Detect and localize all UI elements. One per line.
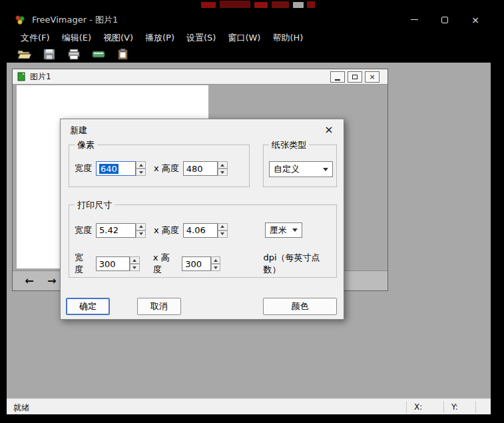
menubar: 文件(F) 编辑(E) 视图(V) 播放(P) 设置(S) 窗口(W) 帮助(H… — [7, 30, 491, 46]
print-size-group-label: 打印尺寸 — [75, 199, 115, 211]
printer-icon — [67, 49, 81, 60]
spinner-down[interactable] — [218, 169, 228, 176]
down-arrow-icon — [214, 266, 218, 269]
spinner-up[interactable] — [136, 223, 146, 230]
screen-artifact — [201, 2, 216, 8]
pixel-height-spinner — [218, 161, 228, 176]
status-y-label: Y: — [451, 402, 458, 412]
back-button[interactable]: ← — [21, 274, 38, 288]
spinner-up[interactable] — [211, 256, 221, 264]
pixel-height-label: x 高度 — [154, 163, 179, 175]
down-arrow-icon — [132, 266, 136, 269]
menu-item-help[interactable]: 帮助(H) — [266, 30, 309, 46]
clipboard-icon — [117, 49, 130, 60]
print-height-input[interactable]: 4.06 — [183, 223, 218, 238]
dpi-height-input[interactable]: 300 — [182, 256, 210, 271]
color-button[interactable]: 颜色 — [263, 298, 337, 315]
spinner-up[interactable] — [130, 256, 140, 264]
dpi-height-spinner — [211, 256, 221, 271]
pixels-group: 像素 宽度 640 x 高度 480 — [69, 145, 250, 187]
down-arrow-icon — [139, 171, 143, 174]
menu-item-file[interactable]: 文件(F) — [15, 30, 56, 46]
status-x-label: X: — [414, 402, 422, 412]
dpi-width-value: 300 — [99, 259, 116, 269]
dpi-height-value: 300 — [185, 259, 202, 269]
dpi-height-label: x 高度 — [153, 252, 178, 276]
forward-button[interactable]: → — [43, 274, 61, 288]
ok-button[interactable]: 确定 — [66, 298, 110, 315]
open-file-button[interactable] — [16, 47, 33, 62]
window-title: FreeVimager - 图片1 — [32, 14, 118, 26]
forward-arrow-icon: → — [47, 276, 56, 286]
statusbar-divider — [475, 401, 476, 413]
app-window: FreeVimager - 图片1 × 文件(F) 编辑(E) 视图(V) 播放… — [7, 9, 491, 414]
print-height-value: 4.06 — [186, 225, 206, 235]
down-arrow-icon — [220, 171, 224, 174]
child-restore-button[interactable] — [348, 71, 362, 83]
dpi-width-label: 宽度 — [75, 252, 92, 276]
unit-select[interactable]: 厘米 — [265, 222, 302, 238]
up-arrow-icon — [132, 259, 136, 262]
spinner-down[interactable] — [130, 264, 140, 271]
screen-artifact — [272, 1, 289, 8]
close-button[interactable]: × — [460, 9, 491, 30]
paper-type-select[interactable]: 自定义 — [269, 161, 333, 177]
chevron-down-icon — [323, 168, 328, 171]
pixel-width-input[interactable]: 640 — [96, 161, 136, 176]
spinner-down[interactable] — [136, 230, 146, 238]
up-arrow-icon — [220, 164, 224, 167]
dialog-title: 新建 — [70, 125, 87, 137]
paper-type-group: 纸张类型 自定义 — [263, 145, 337, 187]
statusbar-divider — [406, 401, 407, 413]
scan-button[interactable] — [90, 47, 107, 62]
chevron-down-icon — [292, 228, 298, 232]
spinner-down[interactable] — [218, 230, 228, 238]
child-close-icon: × — [369, 73, 375, 81]
pixel-width-spinner — [136, 161, 146, 176]
dpi-width-input[interactable]: 300 — [96, 256, 130, 271]
status-text: 就绪 — [13, 402, 29, 414]
image-window-titlebar: 图片1 × — [13, 69, 387, 85]
menu-item-play[interactable]: 播放(P) — [139, 30, 180, 46]
back-arrow-icon: ← — [25, 276, 33, 286]
down-arrow-icon — [139, 232, 143, 235]
unit-value: 厘米 — [270, 224, 287, 236]
save-button[interactable] — [41, 47, 58, 62]
maximize-icon — [441, 17, 448, 23]
print-size-group: 打印尺寸 宽度 5.42 x 高度 4.06 — [69, 205, 337, 278]
print-width-input[interactable]: 5.42 — [96, 223, 136, 238]
maximize-button[interactable] — [429, 9, 460, 30]
dpi-width-spinner — [130, 256, 140, 271]
minimize-button[interactable] — [399, 9, 429, 30]
menu-item-edit[interactable]: 编辑(E) — [56, 30, 97, 46]
pixel-height-input[interactable]: 480 — [183, 161, 218, 176]
print-button[interactable] — [65, 47, 83, 62]
spinner-up[interactable] — [136, 161, 146, 169]
statusbar: 就绪 X: Y: — [7, 398, 491, 414]
scanner-icon — [92, 49, 105, 60]
image-document-icon — [17, 72, 26, 81]
pixel-height-value: 480 — [186, 164, 203, 174]
dialog-close-button[interactable]: × — [321, 123, 337, 137]
menu-item-window[interactable]: 窗口(W) — [222, 30, 266, 46]
paste-button[interactable] — [115, 47, 132, 62]
print-width-value: 5.42 — [99, 225, 119, 235]
up-arrow-icon — [139, 164, 143, 167]
child-close-button[interactable]: × — [365, 71, 379, 83]
statusbar-divider — [443, 401, 444, 413]
child-minimize-button[interactable] — [330, 71, 345, 83]
menu-item-settings[interactable]: 设置(S) — [180, 30, 222, 46]
menu-item-view[interactable]: 视图(V) — [97, 30, 139, 46]
screen-artifact — [293, 2, 304, 8]
image-window-controls: × — [330, 71, 379, 83]
spinner-up[interactable] — [218, 223, 228, 230]
child-restore-icon — [352, 75, 358, 79]
print-height-label: x 高度 — [154, 224, 179, 236]
spinner-down[interactable] — [136, 169, 146, 176]
spinner-down[interactable] — [211, 264, 221, 271]
spinner-up[interactable] — [218, 161, 228, 169]
print-height-spinner — [218, 223, 228, 238]
cancel-button[interactable]: 取消 — [137, 298, 181, 315]
pixel-width-value: 640 — [99, 164, 119, 174]
close-icon: × — [471, 15, 479, 25]
